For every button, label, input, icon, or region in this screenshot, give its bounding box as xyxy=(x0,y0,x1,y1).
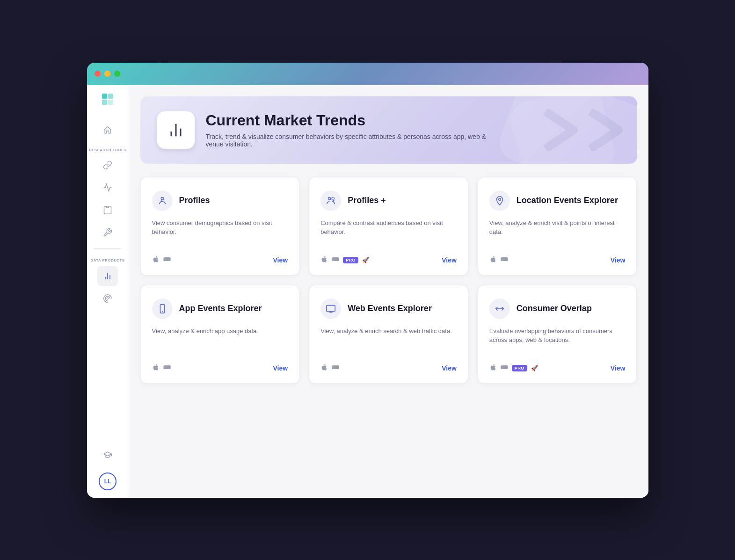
web-events-view-link[interactable]: View xyxy=(442,364,457,372)
profiles-plus-platforms: PRO 🚀 xyxy=(320,255,369,265)
android-icon xyxy=(501,255,508,265)
apple-icon xyxy=(489,255,497,265)
profiles-card: Profiles View consumer demographics base… xyxy=(140,177,300,276)
app-events-description: View, analyze & enrich app usage data. xyxy=(152,327,288,345)
titlebar xyxy=(87,63,648,85)
svg-rect-2 xyxy=(102,100,107,105)
location-events-card: Location Events Explorer View, analyze &… xyxy=(478,177,637,276)
main-content: Current Market Trends Track, trend & vis… xyxy=(129,85,648,498)
activity-nav-icon[interactable] xyxy=(97,177,118,198)
location-events-footer: View xyxy=(489,248,626,265)
profiles-icon xyxy=(152,190,173,211)
web-events-title: Web Events Explorer xyxy=(348,304,432,313)
profiles-plus-icon xyxy=(320,190,341,211)
android-icon xyxy=(332,364,339,373)
app-events-title: App Events Explorer xyxy=(179,304,262,313)
clipboard-nav-icon[interactable] xyxy=(97,200,118,220)
apple-icon xyxy=(152,255,160,265)
svg-rect-1 xyxy=(108,94,113,99)
web-events-footer: View xyxy=(320,356,457,373)
svg-point-12 xyxy=(328,197,331,200)
profiles-plus-card-header: Profiles + xyxy=(320,190,457,211)
location-events-view-link[interactable]: View xyxy=(611,256,626,264)
profiles-title: Profiles xyxy=(179,196,210,205)
app-events-icon xyxy=(152,298,173,319)
app-events-card: App Events Explorer View, analyze & enri… xyxy=(140,285,300,384)
android-icon xyxy=(332,255,339,265)
location-events-title: Location Events Explorer xyxy=(517,196,618,205)
minimize-button[interactable] xyxy=(104,71,110,77)
app-logo[interactable] xyxy=(101,93,114,109)
profiles-card-header: Profiles xyxy=(152,190,288,211)
web-events-platforms xyxy=(320,364,339,373)
sidebar: RESEARCH TOOLS xyxy=(87,85,129,498)
android-icon xyxy=(163,255,171,265)
fingerprint-nav-icon[interactable] xyxy=(97,288,118,309)
learn-nav-icon[interactable] xyxy=(97,444,118,465)
app-events-view-link[interactable]: View xyxy=(273,364,288,372)
tools-nav-icon[interactable] xyxy=(97,222,118,243)
hero-text: Current Market Trends Track, trend & vis… xyxy=(206,112,487,148)
svg-point-16 xyxy=(499,198,501,200)
web-events-icon xyxy=(320,298,341,319)
home-nav-icon[interactable] xyxy=(97,120,118,140)
chart-bar-nav-icon[interactable] xyxy=(97,266,118,286)
android-icon xyxy=(501,364,508,373)
svg-rect-3 xyxy=(108,100,113,105)
hero-icon xyxy=(157,111,195,149)
profiles-plus-card: Profiles + Compare & contrast audiences … xyxy=(309,177,468,276)
profiles-footer: View xyxy=(152,248,288,265)
app-events-platforms xyxy=(152,364,171,373)
link-nav-icon[interactable] xyxy=(97,155,118,175)
svg-rect-4 xyxy=(107,206,109,208)
pro-badge: PRO xyxy=(512,365,527,371)
app-events-card-header: App Events Explorer xyxy=(152,298,288,319)
research-tools-label: RESEARCH TOOLS xyxy=(89,148,126,153)
rocket-icon: 🚀 xyxy=(531,365,538,371)
app-events-footer: View xyxy=(152,356,288,373)
user-avatar[interactable]: LL xyxy=(99,473,116,490)
hero-subtitle: Track, trend & visualize consumer behavi… xyxy=(206,133,487,148)
avatar-initials: LL xyxy=(104,478,111,485)
hero-title: Current Market Trends xyxy=(206,112,487,129)
profiles-plus-title: Profiles + xyxy=(348,196,386,205)
apple-icon xyxy=(489,364,497,373)
profiles-plus-footer: PRO 🚀 View xyxy=(320,248,457,265)
consumer-overlap-title: Consumer Overlap xyxy=(517,304,592,313)
svg-rect-0 xyxy=(102,94,107,99)
location-events-card-header: Location Events Explorer xyxy=(489,190,626,211)
consumer-overlap-view-link[interactable]: View xyxy=(611,364,626,372)
close-button[interactable] xyxy=(95,71,101,77)
location-events-icon xyxy=(489,190,510,211)
consumer-overlap-card-header: Consumer Overlap xyxy=(489,298,626,319)
apple-icon xyxy=(152,364,160,373)
location-events-platforms xyxy=(489,255,508,265)
consumer-overlap-platforms: PRO 🚀 xyxy=(489,364,538,373)
web-events-card-header: Web Events Explorer xyxy=(320,298,457,319)
profiles-plus-view-link[interactable]: View xyxy=(442,256,457,264)
svg-point-11 xyxy=(161,197,164,200)
profiles-view-link[interactable]: View xyxy=(273,256,288,264)
app-window: RESEARCH TOOLS xyxy=(87,63,648,498)
web-events-card: Web Events Explorer View, analyze & enri… xyxy=(309,285,468,384)
app-body: RESEARCH TOOLS xyxy=(87,85,648,498)
sidebar-divider xyxy=(94,248,122,249)
data-products-label: DATA PRODUCTS xyxy=(90,258,124,263)
svg-rect-19 xyxy=(327,305,335,311)
profiles-description: View consumer demographics based on visi… xyxy=(152,218,288,237)
apple-icon xyxy=(320,364,328,373)
pro-badge: PRO xyxy=(343,257,358,263)
web-events-description: View, analyze & enrich search & web traf… xyxy=(320,327,457,345)
consumer-overlap-description: Evaluate overlapping behaviors of consum… xyxy=(489,327,626,345)
sidebar-bottom: LL xyxy=(97,444,118,490)
hero-banner: Current Market Trends Track, trend & vis… xyxy=(140,96,637,164)
location-events-description: View, analyze & enrich visit & points of… xyxy=(489,218,626,237)
apple-icon xyxy=(320,255,328,265)
cards-grid: Profiles View consumer demographics base… xyxy=(140,177,637,384)
android-icon xyxy=(163,364,171,373)
svg-point-13 xyxy=(332,197,335,200)
rocket-icon: 🚀 xyxy=(362,257,369,263)
profiles-plus-description: Compare & contrast audiences based on vi… xyxy=(320,218,457,237)
consumer-overlap-icon xyxy=(489,298,510,319)
maximize-button[interactable] xyxy=(114,71,120,77)
